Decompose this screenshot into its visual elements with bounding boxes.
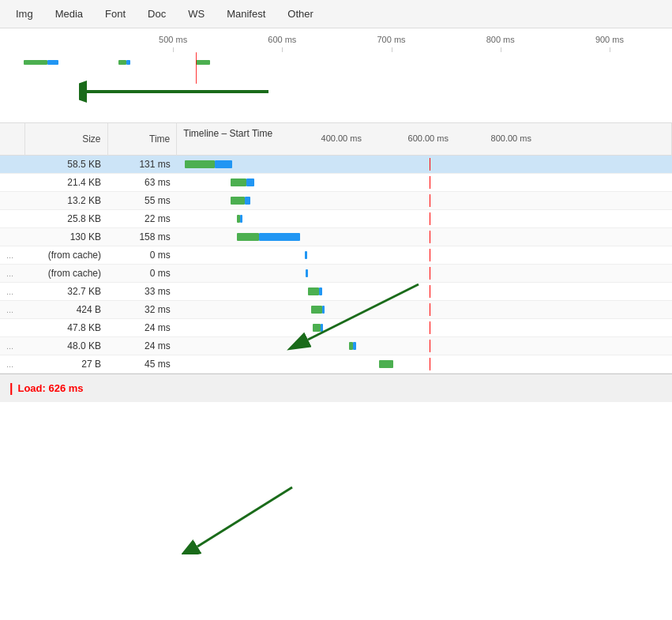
filter-font[interactable]: Font	[102, 6, 129, 21]
cell-size: 47.8 KB	[25, 319, 107, 337]
ruler-800ms: 800 ms	[446, 35, 555, 44]
cell-timeline	[177, 319, 672, 337]
table-row[interactable]: 25.8 KB22 ms	[0, 210, 672, 228]
col-time-header[interactable]: Time	[107, 123, 177, 156]
cell-timeline	[177, 174, 672, 192]
cell-ellipsis: ...	[0, 246, 25, 265]
blue-bar	[353, 342, 356, 350]
table-row[interactable]: ...424 B32 ms	[0, 301, 672, 319]
cell-time: 158 ms	[107, 228, 177, 246]
cell-ellipsis	[0, 319, 25, 337]
cell-ellipsis: ...	[0, 355, 25, 374]
cell-time: 32 ms	[107, 301, 177, 319]
timeline-bars	[183, 249, 666, 261]
timeline-vline	[430, 158, 430, 171]
filter-ws[interactable]: WS	[185, 6, 208, 21]
cell-time: 55 ms	[107, 192, 177, 210]
green-bar	[379, 360, 393, 368]
green-bar	[185, 160, 215, 168]
timeline-bars	[183, 176, 666, 189]
timeline-bars	[183, 158, 666, 171]
green-bar	[231, 197, 245, 205]
table-row[interactable]: ...(from cache)0 ms	[0, 265, 672, 283]
blue-bar	[322, 306, 325, 314]
cell-size: 58.5 KB	[25, 156, 107, 174]
cell-ellipsis: ...	[0, 283, 25, 301]
filter-bar: Img Media Font Doc WS Manifest Other	[0, 0, 672, 28]
cell-time: 63 ms	[107, 174, 177, 192]
ruler-500ms: 500 ms	[118, 35, 227, 44]
filter-media[interactable]: Media	[52, 6, 86, 21]
col-timeline-header[interactable]: Timeline – Start Time 400.00 ms 600.00 m…	[177, 123, 672, 156]
timeline-bars	[183, 267, 666, 280]
cell-timeline	[177, 265, 672, 283]
ruler-700ms: 700 ms	[336, 35, 445, 44]
timeline-vline	[430, 321, 430, 334]
table-row[interactable]: 130 KB158 ms	[0, 228, 672, 246]
cell-timeline	[177, 246, 672, 265]
filter-other[interactable]: Other	[284, 6, 317, 21]
cell-timeline	[177, 301, 672, 319]
overview-ruler: 500 ms 600 ms 700 ms 800 ms 900 ms	[16, 28, 672, 44]
timeline-bars	[183, 340, 666, 352]
table-row[interactable]: ...27 B45 ms	[0, 355, 672, 374]
blue-bar	[306, 269, 308, 277]
main-table-wrapper[interactable]: Size Time Timeline – Start Time 400.00 m…	[0, 123, 672, 374]
cell-size: 424 B	[25, 301, 107, 319]
blue-bar	[246, 178, 254, 186]
blue-bar	[245, 197, 250, 205]
overview-mini-bars	[16, 60, 672, 84]
table-row[interactable]: ...48.0 KB24 ms	[0, 337, 672, 355]
ms800-label: 800.00 ms	[491, 133, 531, 143]
cell-time: 131 ms	[107, 156, 177, 174]
green-bar	[308, 287, 319, 295]
col-size-header[interactable]: Size	[25, 123, 107, 156]
table-row[interactable]: ...(from cache)0 ms	[0, 246, 672, 265]
timeline-bars	[183, 321, 666, 334]
blue-bar	[215, 160, 232, 168]
cell-ellipsis	[0, 228, 25, 246]
cell-size: (from cache)	[25, 246, 107, 265]
cell-timeline	[177, 337, 672, 355]
footer-arrow-annotation	[182, 483, 300, 557]
timeline-vline	[430, 340, 430, 352]
table-row[interactable]: ...32.7 KB33 ms	[0, 283, 672, 301]
timeline-vline	[430, 212, 430, 225]
timeline-bars	[183, 212, 666, 225]
cell-time: 24 ms	[107, 337, 177, 355]
timeline-vline	[430, 176, 430, 189]
cell-ellipsis: ...	[0, 337, 25, 355]
table-row[interactable]: 21.4 KB63 ms	[0, 174, 672, 192]
timeline-bars	[183, 231, 666, 243]
cell-time: 33 ms	[107, 283, 177, 301]
cell-size: 25.8 KB	[25, 210, 107, 228]
table-row[interactable]: 58.5 KB131 ms	[0, 156, 672, 174]
cell-size: 27 B	[25, 355, 107, 374]
col-ellipsis-header	[0, 123, 25, 156]
ruler-600ms: 600 ms	[227, 35, 336, 44]
cell-ellipsis	[0, 192, 25, 210]
filter-doc[interactable]: Doc	[145, 6, 169, 21]
green-bar	[311, 306, 322, 314]
cell-ellipsis: ...	[0, 265, 25, 283]
cell-size: 13.2 KB	[25, 192, 107, 210]
table-row[interactable]: 47.8 KB24 ms	[0, 319, 672, 337]
timeline-bars	[183, 194, 666, 207]
cell-timeline	[177, 228, 672, 246]
cell-size: 130 KB	[25, 228, 107, 246]
filter-manifest[interactable]: Manifest	[223, 6, 268, 21]
timeline-vline	[430, 303, 430, 316]
cell-timeline	[177, 192, 672, 210]
cell-ellipsis	[0, 174, 25, 192]
cell-size: 48.0 KB	[25, 337, 107, 355]
svg-line-5	[197, 487, 292, 547]
cell-time: 22 ms	[107, 210, 177, 228]
cell-size: 21.4 KB	[25, 174, 107, 192]
cell-time: 45 ms	[107, 355, 177, 374]
green-bar	[231, 178, 246, 186]
filter-img[interactable]: Img	[13, 6, 36, 21]
table-row[interactable]: 13.2 KB55 ms	[0, 192, 672, 210]
ms400-label: 400.00 ms	[321, 133, 362, 143]
blue-bar	[319, 287, 322, 295]
table-header-row: Size Time Timeline – Start Time 400.00 m…	[0, 123, 672, 156]
